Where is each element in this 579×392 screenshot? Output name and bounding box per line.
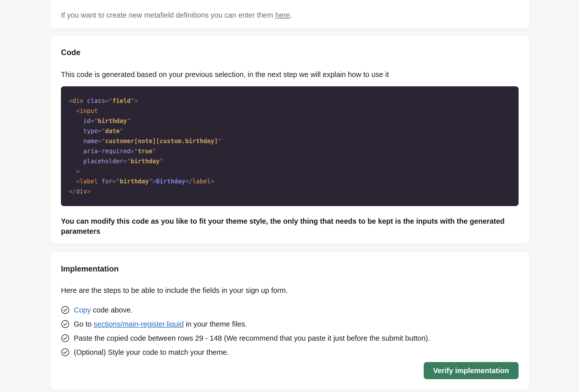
implementation-card-title: Implementation xyxy=(61,264,519,273)
implementation-steps: Copy code above. Go to sections/main-reg… xyxy=(61,306,519,357)
circle-check-icon xyxy=(61,320,69,328)
circle-check-icon xyxy=(61,334,69,342)
button-row: Verify implementation xyxy=(61,362,519,379)
code-line: <input xyxy=(69,106,511,116)
code-line: name="customer[note][custom.birthday]" xyxy=(69,136,511,146)
step-text-part: (Optional) Style your code to match your… xyxy=(74,348,229,356)
code-line: <label for="birthday">Birthday</label> xyxy=(69,176,511,186)
step-text-part: Paste the copied code between rows 29 - … xyxy=(74,334,430,342)
step-text: (Optional) Style your code to match your… xyxy=(74,348,229,357)
metafield-note-card: If you want to create new metafield defi… xyxy=(50,0,529,28)
verify-implementation-button[interactable]: Verify implementation xyxy=(424,362,519,379)
note-text-after: . xyxy=(290,11,292,19)
code-block: <div class="field"> <input id="birthday"… xyxy=(61,86,519,206)
implementation-step: Paste the copied code between rows 29 - … xyxy=(61,334,519,342)
code-card-description: This code is generated based on your pre… xyxy=(61,70,519,79)
copy-link[interactable]: Copy xyxy=(74,306,91,314)
here-link[interactable]: here xyxy=(275,11,290,19)
metafield-note: If you want to create new metafield defi… xyxy=(61,11,292,19)
implementation-card: Implementation Here are the steps to be … xyxy=(50,252,529,390)
code-line: placeholder="birthday" xyxy=(69,156,511,166)
code-line: aria-required="true" xyxy=(69,146,511,156)
step-text: Paste the copied code between rows 29 - … xyxy=(74,334,430,342)
note-text-before: If you want to create new metafield defi… xyxy=(61,11,275,19)
step-text-part: code above. xyxy=(91,306,133,314)
main-register-file-link[interactable]: sections/main-register.liquid xyxy=(94,320,184,328)
implementation-step: Copy code above. xyxy=(61,306,519,314)
step-text: Go to sections/main-register.liquid in y… xyxy=(74,320,247,328)
step-text-part: in your theme files. xyxy=(184,320,247,328)
code-line: id="birthday" xyxy=(69,116,511,126)
circle-check-icon xyxy=(61,306,69,314)
implementation-step: (Optional) Style your code to match your… xyxy=(61,348,519,357)
code-card: Code This code is generated based on you… xyxy=(50,36,529,244)
code-line: </div> xyxy=(69,186,511,197)
step-text: Copy code above. xyxy=(74,306,133,314)
step-text-part: Go to xyxy=(74,320,94,328)
code-line: <div class="field"> xyxy=(69,96,511,106)
implementation-step: Go to sections/main-register.liquid in y… xyxy=(61,320,519,328)
code-card-title: Code xyxy=(61,48,519,57)
circle-check-icon xyxy=(61,348,69,357)
code-line: type="date" xyxy=(69,126,511,136)
code-line: > xyxy=(69,166,511,176)
code-card-note: You can modify this code as you like to … xyxy=(61,216,519,236)
implementation-intro: Here are the steps to be able to include… xyxy=(61,286,519,295)
